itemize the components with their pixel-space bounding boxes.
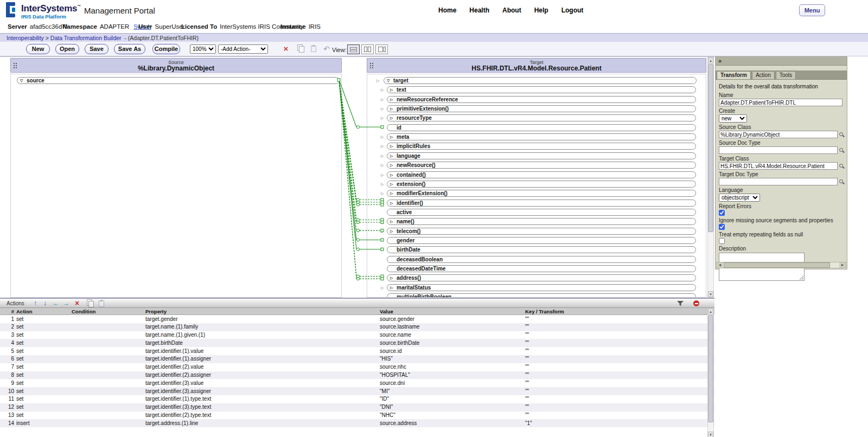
target-class-lookup-icon[interactable] — [839, 164, 844, 169]
remove-icon[interactable] — [693, 300, 699, 306]
expander-icon[interactable]: ▷ — [381, 173, 384, 177]
action-row-5[interactable]: 5settarget.identifier.(1).valuesource.id… — [0, 347, 714, 355]
compile-button[interactable]: Compile — [152, 44, 180, 54]
target-doc-type-input[interactable] — [719, 178, 838, 185]
action-row-10[interactable]: 10settarget.identifier.(3).assigner"MI""… — [0, 387, 714, 395]
scroll-up-icon[interactable]: ▲ — [708, 309, 713, 314]
target-node-id[interactable]: id — [387, 124, 696, 131]
scroll-left-icon[interactable]: ◂ — [717, 262, 723, 268]
collapsed-triangle-icon[interactable]: ▷ — [390, 181, 393, 188]
target-node-deceasedDateTime[interactable]: deceasedDateTime — [387, 265, 696, 272]
expander-icon[interactable]: ▷ — [381, 286, 384, 290]
expander-icon[interactable]: ▷ — [381, 107, 384, 111]
target-doc-type-lookup-icon[interactable] — [839, 179, 844, 184]
collapsed-triangle-icon[interactable]: ▷ — [390, 218, 393, 225]
view-mode-horizontal-button[interactable] — [347, 44, 360, 54]
target-node-language[interactable]: ▷language — [387, 152, 696, 159]
target-node-name[interactable]: ▷name() — [387, 218, 696, 225]
expander-icon[interactable]: ▷ — [381, 220, 384, 224]
target-node-identifier[interactable]: ▷identifier() — [387, 200, 696, 207]
move-right-icon[interactable]: → — [63, 299, 69, 307]
undo-icon[interactable]: ↶ — [322, 44, 331, 53]
copy-action-icon[interactable] — [87, 299, 93, 309]
collapsed-triangle-icon[interactable]: ▷ — [390, 172, 393, 178]
collapsed-triangle-icon[interactable]: ▷ — [390, 153, 393, 159]
open-button[interactable]: Open — [55, 44, 79, 54]
target-class-input[interactable] — [719, 162, 838, 170]
diagram-vscrollbar[interactable]: ▲ ▼ — [707, 57, 714, 298]
scroll-down-icon[interactable]: ▼ — [708, 291, 713, 297]
column-header-0[interactable]: # — [3, 309, 14, 314]
action-row-4[interactable]: 4settarget.birthDatesource.birthDate"" — [0, 339, 714, 347]
actions-vscrollbar[interactable]: ▲ ▼ — [707, 308, 714, 437]
nav-link-home[interactable]: Home — [438, 7, 456, 14]
action-row-8[interactable]: 8settarget.identifier.(2).assigner"HOSPI… — [0, 371, 714, 380]
hscrollbar-thumb[interactable] — [724, 262, 830, 268]
panel-hscrollbar[interactable]: ◂ ▸ — [716, 262, 846, 268]
view-mode-split-button[interactable] — [375, 44, 388, 54]
collapsed-triangle-icon[interactable]: ▷ — [390, 275, 393, 281]
target-node-implicitRules[interactable]: ▷implicitRules — [387, 143, 696, 150]
target-node-newResource[interactable]: ▷newResource() — [387, 162, 696, 169]
delete-action-icon[interactable]: × — [75, 299, 79, 307]
expander-icon[interactable]: ▷ — [381, 182, 384, 187]
source-class-lookup-icon[interactable] — [839, 132, 844, 137]
nav-link-health[interactable]: Health — [469, 7, 489, 14]
breadcrumb-link-dt-builder[interactable]: Data Transformation Builder — [50, 35, 122, 41]
collapsed-triangle-icon[interactable]: ▷ — [390, 162, 393, 169]
scrollbar-thumb[interactable] — [708, 64, 713, 232]
move-left-icon[interactable]: ← — [53, 299, 59, 307]
target-node-modifierExtension[interactable]: ▷modifierExtension() — [387, 190, 696, 197]
source-doc-type-input[interactable] — [719, 146, 838, 154]
expander-icon[interactable]: ▷ — [381, 201, 384, 205]
copy-icon[interactable] — [295, 44, 305, 54]
scroll-up-icon[interactable]: ▲ — [708, 57, 713, 63]
target-node-gender[interactable]: gender — [387, 237, 696, 244]
action-row-14[interactable]: 14inserttarget.address.(1).linesource.ad… — [0, 419, 714, 427]
add-action-select[interactable]: -Add Action- — [218, 44, 268, 54]
target-node-primitiveExtension[interactable]: ▷primitiveExtension() — [387, 105, 696, 112]
target-node-newResourceReference[interactable]: ▷newResourceReference — [387, 96, 696, 103]
source-drag-grip[interactable] — [14, 63, 15, 64]
expander-icon[interactable]: ▷ — [376, 79, 379, 83]
expander-icon[interactable]: ▷ — [381, 163, 384, 168]
action-row-1[interactable]: 1settarget.gendersource.gender"" — [0, 315, 714, 323]
action-row-13[interactable]: 13settarget.identifier.(2).type.text"NHC… — [0, 412, 714, 420]
action-row-3[interactable]: 3settarget.name.(1).given.(1)source.name… — [0, 331, 714, 339]
target-node-address[interactable]: ▷address() — [387, 274, 696, 281]
paste-icon[interactable] — [309, 44, 318, 54]
zoom-select[interactable]: 100% — [190, 44, 216, 54]
target-node-telecom[interactable]: ▷telecom() — [387, 228, 696, 235]
create-select[interactable]: new — [719, 114, 747, 123]
expanded-triangle-icon[interactable]: ▽ — [387, 78, 390, 84]
expander-icon[interactable]: ▷ — [381, 88, 384, 92]
action-row-7[interactable]: 7settarget.identifier.(2).valuesource.nh… — [0, 363, 714, 371]
target-root-node[interactable]: ▽target — [384, 77, 697, 84]
collapsed-triangle-icon[interactable]: ▷ — [390, 134, 393, 140]
save-button[interactable]: Save — [85, 44, 108, 54]
target-node-contained[interactable]: ▷contained() — [387, 171, 696, 178]
expander-icon[interactable]: ▷ — [381, 154, 384, 158]
delete-icon[interactable]: × — [281, 44, 291, 53]
column-header-3[interactable]: Property — [145, 309, 167, 314]
action-row-11[interactable]: 11settarget.identifier.(1).type.text"ID"… — [0, 395, 714, 403]
panel-collapse-button[interactable]: » — [716, 57, 847, 66]
column-header-5[interactable]: Key / Transform — [525, 309, 564, 314]
checkbox-1[interactable] — [719, 224, 725, 230]
action-row-12[interactable]: 12settarget.identifier.(3).type.text"DNI… — [0, 403, 714, 412]
new-button[interactable]: New — [26, 44, 50, 54]
target-node-active[interactable]: active — [387, 209, 696, 216]
expander-icon[interactable]: ▷ — [381, 229, 384, 234]
collapsed-triangle-icon[interactable]: ▷ — [390, 228, 393, 235]
source-doc-type-lookup-icon[interactable] — [839, 148, 844, 153]
action-row-9[interactable]: 9settarget.identifier.(3).valuesource.dn… — [0, 379, 714, 387]
column-header-2[interactable]: Condition — [72, 309, 95, 314]
nav-link-about[interactable]: About — [502, 7, 521, 14]
move-down-icon[interactable]: ↓ — [43, 299, 47, 307]
nav-link-logout[interactable]: Logout — [561, 7, 584, 14]
tab-transform[interactable]: Transform — [717, 71, 751, 79]
breadcrumb-link-interoperability[interactable]: Interoperability — [7, 35, 44, 41]
name-input[interactable] — [719, 99, 843, 106]
collapsed-triangle-icon[interactable]: ▷ — [390, 106, 393, 112]
target-node-multipleBirthBoolean[interactable]: multipleBirthBoolean — [387, 293, 696, 298]
